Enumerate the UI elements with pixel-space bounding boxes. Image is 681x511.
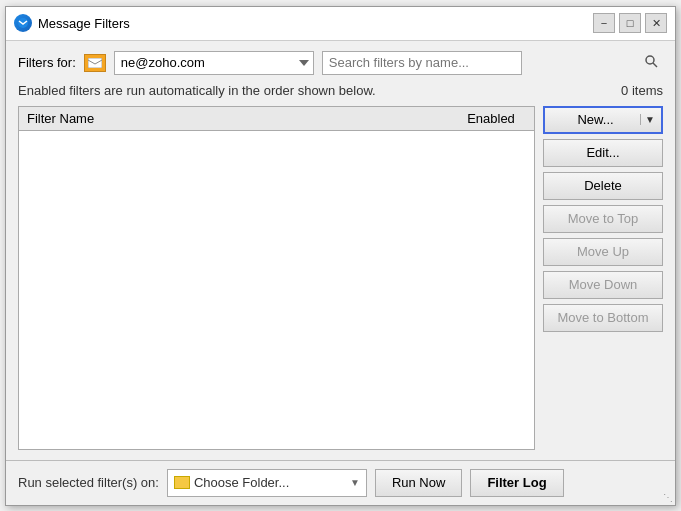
window-title: Message Filters [38, 16, 593, 31]
move-bottom-button[interactable]: Move to Bottom [543, 304, 663, 332]
table-header: Filter Name Enabled [19, 107, 534, 131]
run-label: Run selected filter(s) on: [18, 475, 159, 490]
maximize-button[interactable]: □ [619, 13, 641, 33]
window-content: Filters for: ne@zoho.com [6, 41, 675, 460]
run-now-button[interactable]: Run Now [375, 469, 462, 497]
move-down-button[interactable]: Move Down [543, 271, 663, 299]
items-count: 0 items [621, 83, 663, 98]
app-icon [14, 14, 32, 32]
edit-button[interactable]: Edit... [543, 139, 663, 167]
svg-rect-1 [88, 58, 102, 68]
delete-button[interactable]: Delete [543, 172, 663, 200]
new-button-arrow[interactable]: ▼ [640, 114, 655, 125]
folder-icon [174, 476, 190, 489]
filters-for-label: Filters for: [18, 55, 76, 70]
resize-handle[interactable]: ⋱ [662, 492, 674, 504]
info-text: Enabled filters are run automatically in… [18, 83, 376, 98]
search-button[interactable] [641, 52, 661, 72]
col-filter-name: Filter Name [27, 111, 456, 126]
folder-label: Choose Folder... [194, 475, 346, 490]
info-row: Enabled filters are run automatically in… [18, 83, 663, 98]
button-panel: New... ▼ Edit... Delete Move to Top Move… [543, 106, 663, 450]
search-input[interactable] [322, 51, 522, 75]
svg-point-0 [18, 18, 28, 28]
close-button[interactable]: ✕ [645, 13, 667, 33]
choose-folder-select[interactable]: Choose Folder... ▼ [167, 469, 367, 497]
minimize-button[interactable]: − [593, 13, 615, 33]
title-bar: Message Filters − □ ✕ [6, 7, 675, 41]
search-wrapper [322, 51, 663, 75]
filter-table: Filter Name Enabled [18, 106, 535, 450]
new-button-label: New... [551, 112, 640, 127]
svg-line-3 [653, 63, 657, 67]
window-controls: − □ ✕ [593, 13, 667, 33]
account-icon [84, 54, 106, 72]
table-body [19, 131, 534, 449]
svg-point-2 [646, 56, 654, 64]
message-filters-window: Message Filters − □ ✕ Filters for: ne@ [5, 6, 676, 506]
move-top-button[interactable]: Move to Top [543, 205, 663, 233]
col-enabled: Enabled [456, 111, 526, 126]
filters-for-row: Filters for: ne@zoho.com [18, 51, 663, 75]
bottom-bar: Run selected filter(s) on: Choose Folder… [6, 460, 675, 505]
filter-log-button[interactable]: Filter Log [470, 469, 563, 497]
move-up-button[interactable]: Move Up [543, 238, 663, 266]
account-select[interactable]: ne@zoho.com [114, 51, 314, 75]
folder-dropdown-arrow: ▼ [350, 477, 360, 488]
new-button[interactable]: New... ▼ [543, 106, 663, 134]
main-area: Filter Name Enabled New... ▼ Edit... Del… [18, 106, 663, 450]
